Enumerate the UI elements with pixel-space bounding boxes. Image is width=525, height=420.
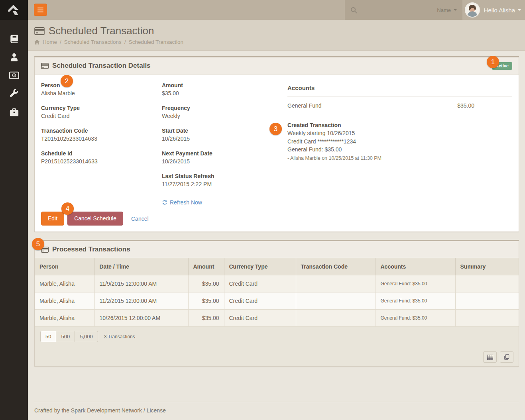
page-size-5000[interactable]: 5,000 bbox=[75, 331, 98, 342]
transactions-panel-heading: Processed Transactions bbox=[35, 241, 519, 258]
callout-4: 4 bbox=[61, 202, 74, 215]
details-panel-heading: Scheduled Transaction Details Active bbox=[35, 57, 519, 75]
cancel-link[interactable]: Cancel bbox=[131, 216, 149, 222]
user-avatar[interactable] bbox=[465, 2, 480, 18]
col-header-currency-type[interactable]: Currency Type bbox=[224, 258, 296, 275]
callout-3: 3 bbox=[269, 123, 282, 135]
next-payment-date-field: Next Payment Date 10/26/2015 bbox=[162, 150, 287, 165]
table-row[interactable]: Marble, Alisha 10/26/2015 12:00:00 AM $3… bbox=[35, 310, 519, 327]
table-grid-icon bbox=[487, 355, 493, 360]
merge-records-button[interactable] bbox=[500, 351, 513, 363]
created-transaction-note: Created Transaction Weekly starting 10/2… bbox=[287, 121, 512, 162]
transaction-count: 3 Transactions bbox=[104, 334, 135, 340]
table-row[interactable]: Marble, Alisha 11/9/2015 12:00:00 AM $35… bbox=[35, 275, 519, 292]
scheduled-transaction-details-panel: Scheduled Transaction Details Active Per… bbox=[34, 56, 519, 232]
callout-1: 1 bbox=[487, 56, 499, 68]
table-row[interactable]: Marble, Alisha 11/2/2015 12:00:00 AM $35… bbox=[35, 292, 519, 310]
edit-button[interactable]: Edit bbox=[41, 212, 64, 226]
cancel-schedule-button[interactable]: Cancel Schedule bbox=[67, 212, 123, 226]
breadcrumb: Home / Scheduled Transactions / Schedule… bbox=[34, 39, 525, 45]
search-input[interactable]: Name bbox=[345, 0, 462, 20]
rock-logo[interactable] bbox=[0, 0, 28, 20]
frequency-field: Frequency Weekly bbox=[162, 105, 287, 119]
chevron-down-icon bbox=[518, 9, 521, 11]
book-icon bbox=[10, 34, 19, 43]
account-name: General Fund bbox=[287, 102, 457, 109]
sidebar-item-people[interactable] bbox=[0, 48, 28, 66]
last-status-refresh-field: Last Status Refresh 11/27/2015 2:22 PM bbox=[162, 173, 287, 187]
briefcase-icon bbox=[10, 108, 19, 116]
accounts-heading: Accounts bbox=[287, 82, 512, 96]
hamburger-icon bbox=[37, 8, 43, 8]
page-heading-area: Scheduled Transaction Home / Scheduled T… bbox=[28, 20, 525, 51]
person-field: Person Alisha Marble bbox=[41, 82, 162, 96]
page-size-selector: 50 500 5,000 bbox=[40, 331, 98, 342]
breadcrumb-current: Scheduled Transaction bbox=[129, 39, 183, 45]
sidebar-item-finance[interactable] bbox=[0, 66, 28, 84]
page-size-500[interactable]: 500 bbox=[56, 331, 75, 342]
footer-credit-text: Crafted by the Spark Development Network bbox=[34, 407, 142, 414]
col-header-transaction-code[interactable]: Transaction Code bbox=[296, 258, 376, 275]
search-icon bbox=[350, 7, 357, 14]
col-header-person[interactable]: Person bbox=[35, 258, 94, 275]
search-type-label: Name bbox=[437, 7, 451, 13]
table-header-row: Person Date / Time Amount Currency Type … bbox=[35, 258, 519, 275]
account-amount: $35.00 bbox=[457, 102, 512, 109]
callout-2: 2 bbox=[61, 75, 73, 87]
details-panel-title: Scheduled Transaction Details bbox=[52, 62, 151, 70]
license-link[interactable]: License bbox=[147, 407, 166, 414]
start-date-field: Start Date 10/26/2015 bbox=[162, 128, 287, 142]
col-header-accounts[interactable]: Accounts bbox=[376, 258, 455, 275]
top-header-bar: Name Hello Alisha bbox=[28, 0, 525, 20]
transaction-code-field: Transaction Code T20151025233014633 bbox=[41, 128, 162, 142]
processed-transactions-panel: Processed Transactions Person Date / Tim… bbox=[34, 240, 519, 367]
details-column-2: Amount $35.00 Frequency Weekly Start Dat… bbox=[162, 82, 287, 206]
credit-card-icon bbox=[34, 27, 45, 35]
details-column-3: Accounts General Fund $35.00 Created Tra… bbox=[287, 82, 512, 206]
export-excel-button[interactable] bbox=[483, 351, 497, 363]
col-header-summary[interactable]: Summary bbox=[455, 258, 519, 275]
page-size-50[interactable]: 50 bbox=[41, 331, 56, 342]
transactions-panel-title: Processed Transactions bbox=[52, 245, 130, 253]
created-note-byline: - Alisha Marble on 10/25/2015 at 11:30 P… bbox=[287, 155, 512, 162]
rock-logo-icon bbox=[7, 4, 21, 16]
wrench-icon bbox=[10, 89, 18, 98]
schedule-id-field: Schedule Id P20151025233014633 bbox=[41, 150, 162, 165]
credit-card-icon bbox=[41, 63, 49, 69]
refresh-icon bbox=[162, 200, 167, 205]
breadcrumb-scheduled-transactions-link[interactable]: Scheduled Transactions bbox=[64, 39, 122, 45]
details-column-1: Person Alisha Marble Currency Type Credi… bbox=[41, 82, 162, 206]
sidebar-item-connect[interactable] bbox=[0, 29, 28, 48]
copy-icon bbox=[504, 354, 509, 360]
hamburger-menu-button[interactable] bbox=[34, 4, 47, 16]
callout-5: 5 bbox=[32, 238, 44, 250]
sidebar-item-admin-tools[interactable] bbox=[0, 84, 28, 103]
person-icon bbox=[10, 53, 19, 62]
amount-field: Amount $35.00 bbox=[162, 82, 287, 96]
money-icon bbox=[9, 71, 19, 79]
user-menu[interactable]: Hello Alisha bbox=[465, 0, 521, 20]
grid-action-buttons bbox=[483, 351, 513, 363]
refresh-now-link[interactable]: Refresh Now bbox=[162, 199, 202, 206]
site-footer: Crafted by the Spark Development Network… bbox=[34, 402, 519, 414]
transactions-table: Person Date / Time Amount Currency Type … bbox=[35, 258, 519, 327]
col-header-amount[interactable]: Amount bbox=[188, 258, 224, 275]
account-row: General Fund $35.00 bbox=[287, 96, 512, 115]
col-header-datetime[interactable]: Date / Time bbox=[94, 258, 188, 275]
breadcrumb-home-link[interactable]: Home bbox=[43, 39, 57, 45]
page-title: Scheduled Transaction bbox=[34, 25, 525, 37]
person-link[interactable]: Alisha Marble bbox=[41, 90, 162, 96]
sidebar-item-toolbox[interactable] bbox=[0, 103, 28, 121]
grid-footer: 50 500 5,000 3 Transactions bbox=[35, 327, 519, 342]
search-type-dropdown[interactable]: Name bbox=[437, 7, 457, 13]
details-actions: Edit Cancel Schedule Cancel bbox=[41, 212, 149, 226]
left-sidebar bbox=[0, 0, 28, 420]
chevron-down-icon bbox=[454, 9, 457, 11]
user-greeting[interactable]: Hello Alisha bbox=[484, 7, 521, 14]
home-icon bbox=[34, 39, 40, 45]
currency-type-field: Currency Type Credit Card bbox=[41, 105, 162, 119]
